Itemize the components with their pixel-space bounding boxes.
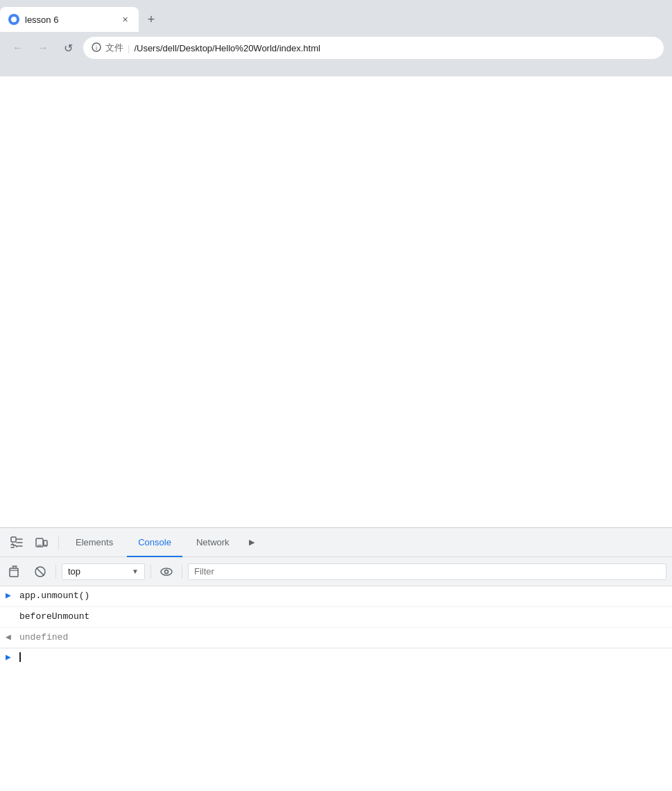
devtools-more-tabs-button[interactable]: ▶ <box>243 528 260 557</box>
back-button[interactable]: ← <box>8 38 28 58</box>
tab-title: lesson 6 <box>25 15 114 25</box>
tab-close-button[interactable]: ✕ <box>119 14 130 25</box>
console-toolbar-separator <box>55 565 56 579</box>
tab-bar: lesson 6 ✕ + <box>0 0 672 32</box>
svg-point-11 <box>161 568 172 575</box>
console-output: ▶ app.unmount() ▶ beforeUnmount ◀ undefi… <box>0 586 672 791</box>
security-icon: i <box>92 42 101 54</box>
block-icon-button[interactable] <box>31 562 50 581</box>
tab-favicon <box>8 14 19 25</box>
console-entry-input-1: ▶ app.unmount() <box>0 586 672 607</box>
svg-rect-2 <box>11 537 16 542</box>
console-text-3: undefined <box>19 631 666 645</box>
input-arrow-1: ▶ <box>6 589 19 604</box>
console-toolbar-separator-3 <box>182 565 182 579</box>
url-bar[interactable]: i 文件 | /Users/dell/Desktop/Hello%20World… <box>83 37 664 59</box>
console-text-2: beforeUnmount <box>19 610 666 624</box>
input-prompt-arrow: ▶ <box>6 652 19 663</box>
new-tab-button[interactable]: + <box>141 10 161 29</box>
reload-button[interactable]: ↺ <box>58 38 78 58</box>
filter-input[interactable] <box>188 563 666 580</box>
tab-network[interactable]: Network <box>185 528 241 557</box>
console-toolbar-separator-2 <box>150 565 151 579</box>
devtools-separator-1 <box>58 536 59 550</box>
console-entry-return-1: ◀ undefined <box>0 628 672 649</box>
devtools-panel: Elements Console Network ▶ <box>0 527 672 791</box>
clear-console-button[interactable] <box>6 562 25 581</box>
console-cursor <box>19 652 21 662</box>
svg-rect-7 <box>10 568 18 577</box>
console-text-1: app.unmount() <box>19 589 666 604</box>
browser-chrome: lesson 6 ✕ + ← → ↺ i 文件 | /Users/dell/De… <box>0 0 672 76</box>
url-address: /Users/dell/Desktop/Hello%20World/index.… <box>134 43 320 53</box>
address-bar: ← → ↺ i 文件 | /Users/dell/Desktop/Hello%2… <box>0 32 672 64</box>
tab-console[interactable]: Console <box>127 528 182 557</box>
svg-line-10 <box>37 568 44 575</box>
url-separator: | <box>128 43 130 53</box>
eye-icon-button[interactable] <box>157 562 176 581</box>
url-file-label: 文件 <box>105 42 123 54</box>
return-arrow-1: ◀ <box>6 631 19 645</box>
inspect-element-button[interactable] <box>6 531 28 554</box>
console-toolbar: top ▼ <box>0 557 672 586</box>
browser-content <box>0 76 672 527</box>
device-mode-button[interactable] <box>31 531 53 554</box>
console-context-value: top <box>68 566 80 577</box>
svg-point-12 <box>165 570 169 573</box>
console-entry-output-1: ▶ beforeUnmount <box>0 607 672 628</box>
console-input-line[interactable]: ▶ <box>0 648 672 665</box>
tab-elements[interactable]: Elements <box>64 528 124 557</box>
console-context-dropdown[interactable]: top ▼ <box>62 563 145 580</box>
svg-text:i: i <box>96 44 97 51</box>
devtools-tab-bar: Elements Console Network ▶ <box>0 528 672 557</box>
active-tab[interactable]: lesson 6 ✕ <box>0 7 139 32</box>
output-arrow-1: ▶ <box>6 610 19 624</box>
forward-button[interactable]: → <box>33 38 53 58</box>
chevron-down-icon: ▼ <box>132 568 139 575</box>
